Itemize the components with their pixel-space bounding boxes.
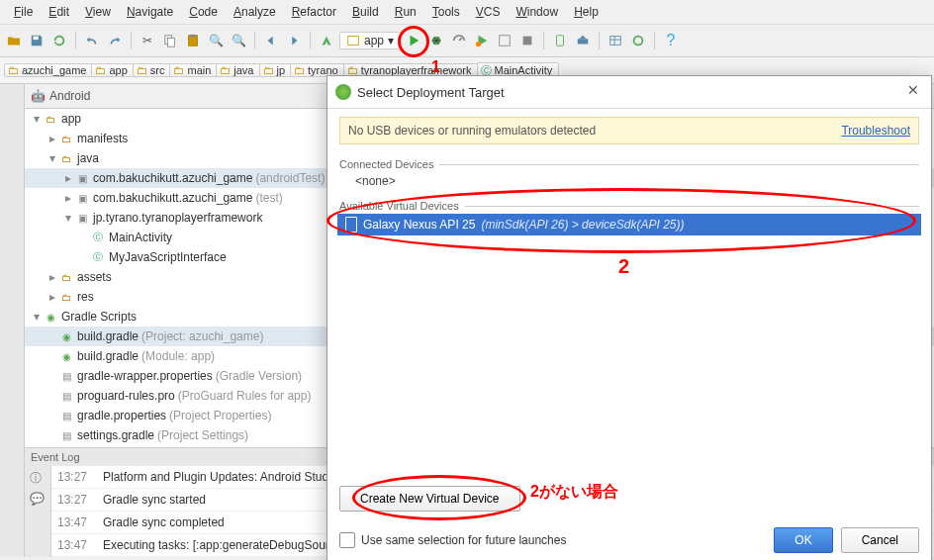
breadcrumb-item[interactable]: 🗀src — [133, 63, 172, 77]
stop-icon[interactable] — [517, 31, 537, 50]
menu-navigate[interactable]: Navigate — [119, 2, 181, 22]
run-button[interactable] — [404, 31, 423, 50]
refresh-icon[interactable] — [49, 31, 69, 50]
dialog-titlebar: Select Deployment Target ✕ — [327, 76, 931, 109]
help-icon[interactable]: ? — [661, 31, 681, 50]
menu-analyze[interactable]: Analyze — [226, 2, 284, 22]
menu-help[interactable]: Help — [566, 2, 607, 22]
profile-icon[interactable] — [449, 31, 469, 50]
svg-rect-4 — [190, 35, 195, 38]
undo-icon[interactable] — [82, 31, 102, 50]
build-icon[interactable] — [317, 31, 336, 50]
annotation-label-2: 2 — [618, 255, 629, 278]
dialog-footer: Use same selection for future launches O… — [327, 519, 931, 560]
deployment-target-dialog: Select Deployment Target ✕ No USB device… — [327, 75, 932, 560]
remember-selection-checkbox[interactable]: Use same selection for future launches — [339, 532, 566, 548]
create-virtual-device-button[interactable]: Create New Virtual Device — [339, 486, 520, 512]
save-icon[interactable] — [27, 31, 47, 50]
connected-devices-none: <none> — [339, 172, 919, 196]
cancel-button[interactable]: Cancel — [841, 527, 919, 553]
device-warning: (minSdk(API 26) > deviceSdk(API 25)) — [481, 218, 684, 232]
warning-banner: No USB devices or running emulators dete… — [339, 117, 919, 144]
annotation-label-button: 2がない場合 — [530, 482, 618, 503]
warning-text: No USB devices or running emulators dete… — [348, 124, 841, 138]
virtual-device-row[interactable]: Galaxy Nexus API 25 (minSdk(API 26) > de… — [337, 214, 921, 235]
svg-point-7 — [476, 42, 481, 47]
menu-window[interactable]: Window — [508, 2, 566, 22]
cut-icon[interactable]: ✂ — [138, 31, 157, 50]
menu-bar: FileEditViewNavigateCodeAnalyzeRefactorB… — [0, 0, 934, 25]
avd-icon[interactable] — [550, 31, 570, 50]
android-studio-icon — [335, 84, 351, 100]
svg-point-13 — [634, 37, 643, 46]
left-gutter — [0, 84, 25, 557]
forward-icon[interactable] — [284, 31, 304, 50]
menu-file[interactable]: File — [6, 2, 41, 22]
attach-icon[interactable] — [472, 31, 492, 50]
find-icon[interactable]: 🔍 — [206, 31, 226, 50]
svg-rect-8 — [500, 36, 511, 47]
svg-rect-12 — [610, 37, 621, 46]
chevron-down-icon: ▾ — [388, 34, 394, 47]
dialog-title: Select Deployment Target — [357, 85, 903, 100]
menu-view[interactable]: View — [77, 2, 119, 22]
menu-edit[interactable]: Edit — [41, 2, 77, 22]
svg-rect-11 — [578, 39, 589, 44]
module-icon — [346, 34, 360, 47]
breadcrumb-item[interactable]: 🗀main — [169, 63, 218, 77]
device-name: Galaxy Nexus API 25 — [363, 218, 475, 232]
svg-rect-2 — [167, 38, 174, 47]
balloon-icon[interactable]: 💬 — [30, 492, 46, 508]
paste-icon[interactable] — [183, 31, 203, 50]
replace-icon[interactable]: 🔍 — [229, 31, 248, 50]
menu-refactor[interactable]: Refactor — [284, 2, 344, 22]
annotation-label-1: 1 — [431, 58, 440, 76]
svg-rect-10 — [557, 36, 564, 47]
open-icon[interactable] — [4, 31, 24, 50]
copy-icon[interactable] — [160, 31, 180, 50]
breadcrumb-item[interactable]: 🗀azuchi_game — [4, 63, 93, 77]
checkbox-label: Use same selection for future launches — [361, 533, 566, 547]
close-icon[interactable]: ✕ — [903, 82, 923, 102]
debug-icon[interactable] — [426, 31, 446, 50]
phone-icon — [345, 217, 357, 233]
run-config-label: app — [364, 34, 384, 47]
available-devices-label: Available Virtual Devices — [339, 200, 919, 212]
run-config-selector[interactable]: app ▾ — [339, 32, 401, 49]
structure-icon[interactable] — [606, 31, 625, 50]
menu-tools[interactable]: Tools — [424, 2, 468, 22]
checkbox-icon — [339, 532, 355, 548]
redo-icon[interactable] — [105, 31, 125, 50]
breadcrumb-item[interactable]: 🗀app — [91, 63, 134, 77]
toolbar: ✂ 🔍 🔍 app ▾ ? — [0, 25, 934, 57]
back-icon[interactable] — [261, 31, 281, 50]
android-icon: 🤖 — [31, 89, 46, 103]
troubleshoot-link[interactable]: Troubleshoot — [841, 124, 910, 138]
breadcrumb-item[interactable]: 🗀java — [216, 63, 260, 77]
menu-vcs[interactable]: VCS — [468, 2, 509, 22]
svg-rect-5 — [348, 37, 359, 46]
sync-icon[interactable] — [628, 31, 648, 50]
ok-button[interactable]: OK — [774, 527, 832, 553]
coverage-icon[interactable] — [495, 31, 514, 50]
breadcrumb-item[interactable]: 🗀jp — [259, 63, 293, 77]
menu-code[interactable]: Code — [181, 2, 226, 22]
info-icon[interactable]: ⓘ — [30, 470, 46, 486]
svg-rect-9 — [523, 37, 532, 46]
menu-run[interactable]: Run — [387, 2, 424, 22]
svg-rect-0 — [34, 37, 39, 41]
menu-build[interactable]: Build — [344, 2, 387, 22]
sdk-icon[interactable] — [573, 31, 593, 50]
connected-devices-label: Connected Devices — [339, 158, 919, 170]
